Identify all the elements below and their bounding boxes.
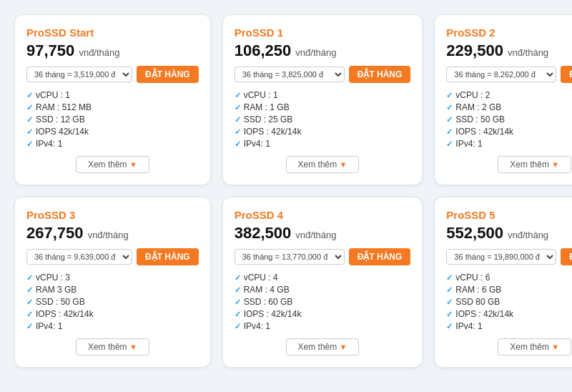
term-select[interactable]: 36 tháng = 3,825,000 đ <box>235 67 345 82</box>
term-select[interactable]: 36 tháng = 3,519,000 đ <box>26 67 132 82</box>
term-select[interactable]: 36 tháng = 13,770,000 đ <box>235 249 345 265</box>
term-select[interactable]: 36 tháng = 19,890,000 đ <box>446 249 556 265</box>
spec-item: ✓vCPU : 3 <box>26 273 199 283</box>
spec-text: RAM : 6 GB <box>455 285 501 295</box>
more-button[interactable]: Xem thêm ▼ <box>498 156 571 173</box>
card-prossd-5: ProSSD 5552,500 vnđ/tháng36 tháng = 19,8… <box>434 197 572 368</box>
spec-item: ✓IPv4: 1 <box>26 321 199 331</box>
spec-text: IPv4: 1 <box>36 321 62 331</box>
spec-text: IPv4: 1 <box>244 321 270 331</box>
check-icon: ✓ <box>446 139 453 149</box>
more-button[interactable]: Xem thêm ▼ <box>286 156 360 173</box>
order-button[interactable]: ĐẶT HÀNG <box>349 248 411 265</box>
spec-text: IPv4: 1 <box>36 139 62 149</box>
spec-text: RAM : 1 GB <box>244 102 290 112</box>
spec-text: IOPS 42k/14k <box>36 127 89 137</box>
order-button[interactable]: ĐẶT HÀNG <box>137 248 199 265</box>
spec-item: ✓RAM : 6 GB <box>446 285 572 295</box>
check-icon: ✓ <box>235 273 241 283</box>
card-prossd-2: ProSSD 2229,500 vnđ/tháng36 tháng = 8,26… <box>434 14 572 185</box>
spec-text: RAM : 4 GB <box>244 285 290 295</box>
product-grid: ProSSD Start97,750 vnđ/tháng36 tháng = 3… <box>14 14 558 368</box>
spec-item: ✓vCPU : 1 <box>235 90 411 100</box>
check-icon: ✓ <box>446 103 453 112</box>
check-icon: ✓ <box>26 139 33 149</box>
check-icon: ✓ <box>26 310 33 319</box>
more-button[interactable]: Xem thêm ▼ <box>286 338 360 356</box>
more-button[interactable]: Xem thêm ▼ <box>76 156 149 173</box>
spec-text: RAM : 2 GB <box>455 102 501 112</box>
spec-text: SSD 80 GB <box>455 297 500 307</box>
check-icon: ✓ <box>26 127 33 137</box>
spec-item: ✓IPv4: 1 <box>235 139 411 149</box>
more-button[interactable]: Xem thêm ▼ <box>76 338 149 356</box>
check-icon: ✓ <box>446 310 453 319</box>
card-price: 382,500 vnđ/tháng <box>235 224 411 242</box>
spec-item: ✓IPv4: 1 <box>26 139 199 149</box>
card-price: 552,500 vnđ/tháng <box>446 224 572 242</box>
spec-item: ✓vCPU : 6 <box>446 273 572 283</box>
check-icon: ✓ <box>235 298 241 307</box>
check-icon: ✓ <box>235 115 241 124</box>
specs-list: ✓vCPU : 1✓RAM : 512 MB✓SSD : 12 GB✓IOPS … <box>26 90 199 149</box>
spec-item: ✓SSD : 50 GB <box>446 114 572 124</box>
check-icon: ✓ <box>26 115 33 124</box>
spec-text: IOPS : 42k/14k <box>455 127 513 137</box>
check-icon: ✓ <box>235 103 241 112</box>
check-icon: ✓ <box>446 322 453 331</box>
spec-text: vCPU : 1 <box>36 90 70 100</box>
spec-item: ✓RAM : 1 GB <box>235 102 411 112</box>
spec-text: RAM 3 GB <box>36 285 77 295</box>
card-price: 229,500 vnđ/tháng <box>446 41 572 60</box>
spec-item: ✓RAM 3 GB <box>26 285 199 295</box>
more-button[interactable]: Xem thêm ▼ <box>498 338 571 356</box>
spec-item: ✓SSD : 50 GB <box>26 297 199 307</box>
order-button[interactable]: ĐẶT HÀNG <box>561 66 572 83</box>
spec-item: ✓IPv4: 1 <box>235 321 411 331</box>
spec-item: ✓IOPS 42k/14k <box>26 127 199 137</box>
card-prossd-3: ProSSD 3267,750 vnđ/tháng36 tháng = 9,63… <box>14 197 211 368</box>
more-btn-wrap: Xem thêm ▼ <box>235 156 411 173</box>
arrow-icon: ▼ <box>340 343 347 351</box>
order-button[interactable]: ĐẶT HÀNG <box>137 66 199 83</box>
spec-text: SSD : 50 GB <box>36 297 85 307</box>
order-row: 36 tháng = 19,890,000 đĐẶT HÀNG <box>446 248 572 265</box>
check-icon: ✓ <box>235 322 241 331</box>
spec-item: ✓RAM : 512 MB <box>26 102 199 112</box>
check-icon: ✓ <box>235 285 241 295</box>
spec-text: IOPS : 42k/14k <box>455 309 513 319</box>
specs-list: ✓vCPU : 2✓RAM : 2 GB✓SSD : 50 GB✓IOPS : … <box>446 90 572 149</box>
order-row: 36 tháng = 13,770,000 đĐẶT HÀNG <box>235 248 411 265</box>
spec-item: ✓SSD : 25 GB <box>235 114 411 124</box>
term-select[interactable]: 36 tháng = 9,639,000 đ <box>26 249 132 265</box>
spec-item: ✓RAM : 4 GB <box>235 285 411 295</box>
arrow-icon: ▼ <box>129 160 137 169</box>
spec-text: vCPU : 4 <box>244 273 278 283</box>
more-btn-wrap: Xem thêm ▼ <box>26 156 199 173</box>
order-button[interactable]: ĐẶT HÀNG <box>349 66 411 83</box>
term-select[interactable]: 36 tháng = 8,262,000 đ <box>446 67 556 82</box>
card-price: 267,750 vnđ/tháng <box>26 224 199 242</box>
spec-item: ✓IOPS : 42k/14k <box>235 309 411 319</box>
spec-item: ✓vCPU : 1 <box>26 90 199 100</box>
check-icon: ✓ <box>446 115 453 124</box>
check-icon: ✓ <box>235 91 241 100</box>
spec-text: SSD : 60 GB <box>244 297 293 307</box>
card-price: 97,750 vnđ/tháng <box>26 41 199 60</box>
spec-text: SSD : 25 GB <box>244 114 293 124</box>
specs-list: ✓vCPU : 4✓RAM : 4 GB✓SSD : 60 GB✓IOPS : … <box>235 273 411 331</box>
spec-item: ✓SSD : 60 GB <box>235 297 411 307</box>
check-icon: ✓ <box>446 298 453 307</box>
card-prossd-4: ProSSD 4382,500 vnđ/tháng36 tháng = 13,7… <box>222 197 423 368</box>
more-btn-wrap: Xem thêm ▼ <box>446 156 572 173</box>
check-icon: ✓ <box>235 127 241 137</box>
card-title: ProSSD 1 <box>235 26 411 39</box>
order-button[interactable]: ĐẶT HÀNG <box>561 248 572 265</box>
spec-item: ✓IOPS : 42k/14k <box>235 127 411 137</box>
spec-text: RAM : 512 MB <box>36 102 92 112</box>
spec-item: ✓vCPU : 2 <box>446 90 572 100</box>
order-row: 36 tháng = 9,639,000 đĐẶT HÀNG <box>26 248 199 265</box>
arrow-icon: ▼ <box>129 343 137 351</box>
arrow-icon: ▼ <box>551 343 559 351</box>
spec-text: SSD : 12 GB <box>36 114 85 124</box>
